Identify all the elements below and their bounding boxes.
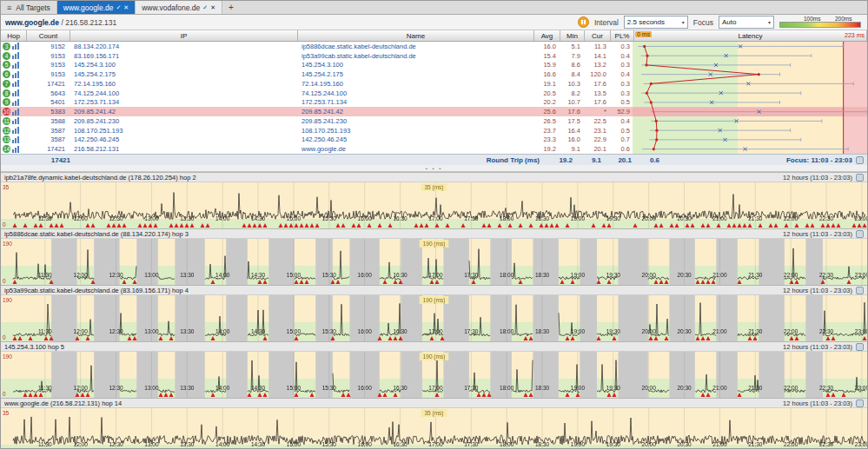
- timeline-canvas[interactable]: [1, 295, 867, 341]
- avg-cell: 26.5: [534, 117, 560, 125]
- graph-menu-icon[interactable]: [856, 287, 864, 294]
- ip-cell: 216.58.212.131: [70, 145, 298, 153]
- count-cell: 17421: [27, 80, 70, 88]
- tab-all-targets[interactable]: ≡ All Targets: [1, 1, 57, 14]
- focus-value: Auto: [722, 18, 736, 26]
- menu-icon: ≡: [7, 3, 11, 12]
- tab-google[interactable]: www.google.de ✓ ✕: [57, 1, 136, 14]
- timeline-toggle-icon[interactable]: [12, 80, 19, 87]
- graph-menu-icon[interactable]: [856, 174, 864, 182]
- cur-cell: 23.1: [585, 127, 611, 135]
- timeline-toggle-icon[interactable]: [12, 146, 19, 153]
- name-cell: 142.250.46.245: [298, 135, 534, 143]
- name-cell: 145.254.3.100: [298, 61, 534, 69]
- timeline-toggle-icon[interactable]: [12, 127, 19, 134]
- timeline-toggle-icon[interactable]: [12, 89, 19, 96]
- count-cell: 9152: [27, 43, 70, 50]
- timeline-canvas[interactable]: [1, 182, 867, 228]
- timeline-toggle-icon[interactable]: [12, 52, 19, 59]
- latency-graph-canvas[interactable]: [633, 42, 867, 154]
- ip-cell: 172.253.71.134: [70, 98, 298, 106]
- count-cell: 9153: [27, 61, 70, 69]
- graph-menu-icon[interactable]: [856, 399, 864, 407]
- col-cur[interactable]: Cur: [585, 30, 611, 41]
- timeline-toggle-icon[interactable]: [12, 99, 19, 106]
- cur-cell: *: [585, 108, 611, 116]
- cur-cell: 120.0: [585, 70, 611, 78]
- count-cell: 3587: [27, 127, 70, 135]
- focus-options-icon[interactable]: [856, 156, 864, 164]
- min-cell: 8.6: [560, 61, 585, 69]
- avg-cell: 19.2: [534, 145, 560, 153]
- pl-cell: 0.5: [611, 98, 634, 106]
- tab-bar: ≡ All Targets www.google.de ✓ ✕ www.voda…: [1, 1, 867, 15]
- col-pl[interactable]: PL%: [611, 30, 634, 41]
- name-cell: 108.170.251.193: [298, 127, 534, 135]
- chevron-down-icon: ▾: [682, 19, 685, 25]
- timeline-canvas[interactable]: [1, 408, 867, 449]
- legend-100ms-label: 100ms: [804, 16, 821, 22]
- graph-header: ip53a99cab.static.kabel-deutschland.de (…: [1, 286, 867, 295]
- name-cell: 172.253.71.134: [298, 98, 534, 106]
- graph-range-label: 12 hours (11:03 - 23:03): [783, 230, 852, 238]
- hop-number-badge: 8: [3, 89, 10, 97]
- timeline-toggle-icon[interactable]: [12, 109, 19, 116]
- graph-menu-icon[interactable]: [856, 343, 864, 351]
- focus-select[interactable]: Auto ▾: [719, 16, 774, 29]
- col-hop[interactable]: Hop: [1, 30, 27, 41]
- check-icon: ✓: [116, 4, 121, 10]
- hop-cell: 7: [1, 80, 27, 88]
- pl-cell: 0.3: [611, 43, 634, 50]
- graph-menu-icon[interactable]: [856, 230, 864, 238]
- pl-cell: 0.4: [611, 117, 634, 125]
- graph-range-label: 12 hours (11:03 - 23:03): [783, 174, 852, 182]
- avg-cell: 15.9: [534, 61, 560, 69]
- graph-range-label: 12 hours (11:03 - 23:03): [783, 399, 852, 407]
- legend-200ms-label: 200ms: [835, 16, 852, 22]
- pause-button[interactable]: [578, 17, 589, 28]
- new-tab-button[interactable]: +: [222, 1, 240, 14]
- close-tab-icon[interactable]: ✕: [123, 4, 129, 10]
- tab-vodafone[interactable]: www.vodafone.de ✓ ✕: [136, 1, 222, 14]
- round-trip-avg: 19.2: [547, 156, 577, 164]
- hop-number-badge: 5: [3, 61, 10, 69]
- min-cell: 17.6: [560, 108, 585, 116]
- col-count[interactable]: Count: [27, 30, 70, 41]
- interval-select[interactable]: 2.5 seconds ▾: [624, 16, 688, 29]
- graph-title: 145.254.3.100 hop 5: [4, 343, 64, 351]
- timeline-toggle-icon[interactable]: [12, 71, 19, 78]
- graph-header: ip5886dcae.static.kabel-deutschland.de (…: [1, 229, 867, 239]
- hop-number-badge: 12: [3, 127, 10, 135]
- chevron-down-icon: ▾: [768, 19, 771, 25]
- graph-header: ipb21a78fe.dynamic.kabel-deutschland.de …: [1, 173, 867, 182]
- ip-cell: 72.14.195.160: [70, 80, 298, 88]
- timeline-canvas[interactable]: [1, 239, 867, 285]
- graph-header: 145.254.3.100 hop 512 hours (11:03 - 23:…: [1, 342, 867, 352]
- timeline-toggle-icon[interactable]: [12, 136, 19, 143]
- hop-cell: 6: [1, 70, 27, 78]
- timeline-canvas[interactable]: [1, 352, 867, 398]
- close-tab-icon[interactable]: ✕: [210, 4, 215, 10]
- count-cell: 9153: [27, 52, 70, 60]
- timeline-toggle-icon[interactable]: [12, 117, 19, 124]
- col-latency[interactable]: 0 ms Latency 223 ms: [634, 30, 867, 41]
- col-min[interactable]: Min: [560, 30, 585, 41]
- timeline-toggle-icon[interactable]: [12, 62, 19, 69]
- breadcrumb-separator: /: [61, 18, 63, 27]
- col-avg[interactable]: Avg: [534, 30, 560, 41]
- splitter-handle[interactable]: • • •: [1, 165, 867, 172]
- avg-cell: 23.7: [534, 127, 560, 135]
- graph-title: www.google.de (216.58.212.131) hop 14: [4, 399, 122, 407]
- timeline-graph: ip5886dcae.static.kabel-deutschland.de (…: [1, 228, 867, 285]
- col-ip[interactable]: IP: [70, 30, 298, 41]
- cur-cell: 17.6: [585, 80, 611, 88]
- avg-cell: 25.6: [534, 108, 560, 116]
- hop-cell: 3: [1, 43, 27, 50]
- ip-cell: 83.169.156.171: [70, 52, 298, 60]
- min-cell: 9.1: [560, 145, 585, 153]
- avg-cell: 23.3: [534, 135, 560, 143]
- timeline-toggle-icon[interactable]: [12, 43, 19, 50]
- toolbar: www.google.de / 216.58.212.131 Interval …: [1, 15, 867, 30]
- col-name[interactable]: Name: [298, 30, 534, 41]
- hop-number-badge: 9: [3, 98, 10, 106]
